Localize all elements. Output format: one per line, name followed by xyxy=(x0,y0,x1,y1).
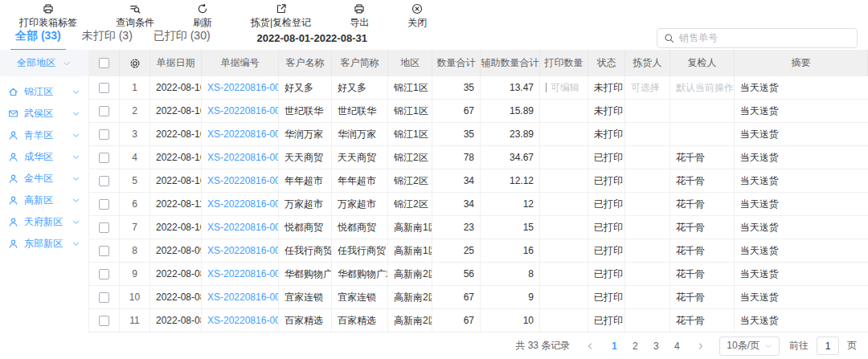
status-label: 未打印 xyxy=(588,123,625,145)
print-qty-cell[interactable]: 可编辑 xyxy=(540,76,588,99)
sidebar-item-0[interactable]: 锦江区 xyxy=(0,81,88,103)
row-checkbox-cell xyxy=(89,286,120,308)
printer-icon xyxy=(43,3,54,14)
order-no-cell: XS-20220816-000017 xyxy=(202,100,279,122)
page-button-1[interactable]: 1 xyxy=(605,337,623,355)
sidebar-item-3[interactable]: 成华区 xyxy=(0,146,88,168)
qty-total: 23 xyxy=(432,216,481,239)
date-range-label: 2022-08-01-2022-08-31 xyxy=(257,32,367,44)
order-no-cell: XS-20220816-000018 xyxy=(202,76,279,99)
search-box[interactable] xyxy=(657,28,858,48)
sidebar-item-2[interactable]: 青羊区 xyxy=(0,124,88,146)
order-link[interactable]: XS-20220816-000015 xyxy=(207,152,279,163)
row-checkbox-cell xyxy=(89,309,120,332)
table-row: 102022-08-08XS-20220816-000009宜家连锁宜家连锁高新… xyxy=(89,286,868,309)
order-link[interactable]: XS-20220816-000017 xyxy=(207,105,279,116)
column-header: 打印数量 xyxy=(540,50,588,76)
mail-icon xyxy=(8,108,18,119)
sidebar-item-label: 天府新区 xyxy=(24,215,63,229)
status-label: 未打印 xyxy=(588,100,625,122)
row-number: 4 xyxy=(120,146,150,169)
page-button-4[interactable]: 4 xyxy=(668,337,686,355)
row-checkbox[interactable] xyxy=(99,199,109,210)
chevron-down-icon xyxy=(72,174,80,183)
page-size-select[interactable]: 10条/页 xyxy=(719,337,780,356)
tabs-group: 全部 (33)未打印 (3)已打印 (30) xyxy=(10,26,227,51)
close-circle-icon xyxy=(411,3,423,14)
order-link[interactable]: XS-20220816-000018 xyxy=(207,82,279,93)
order-link[interactable]: XS-20220816-000010 xyxy=(207,268,279,279)
row-checkbox-cell xyxy=(89,216,120,239)
order-no-cell: XS-20220816-000010 xyxy=(202,263,279,285)
customer-name: 万家超市 xyxy=(279,193,332,215)
summary: 当天送货 xyxy=(735,169,868,192)
checker-cell xyxy=(670,123,735,145)
region-filter-label: 全部地区 xyxy=(17,56,55,70)
row-checkbox[interactable] xyxy=(99,292,109,303)
table-row: 62022-08-11XS-20220816-000013万家超市万家超市锦江2… xyxy=(89,193,868,216)
select-all-checkbox[interactable] xyxy=(99,58,109,68)
search-input[interactable] xyxy=(679,32,850,43)
tab-printed[interactable]: 已打印 (30) xyxy=(149,26,215,51)
toolbar: 打印装箱标签查询条件刷新拣货|复检登记导出关闭 xyxy=(0,0,868,26)
customer-name: 宜家连锁 xyxy=(279,286,332,308)
region-filter-select[interactable]: 全部地区 xyxy=(0,50,88,76)
sidebar-item-7[interactable]: 东部新区 xyxy=(0,233,88,255)
table-row: 92022-08-08XS-20220816-000010华都购物广场华都购物广… xyxy=(89,263,868,286)
row-checkbox[interactable] xyxy=(99,316,109,326)
status-label: 已打印 xyxy=(588,286,625,308)
table-row: 42022-08-16XS-20220816-000015天天商贸天天商贸锦江2… xyxy=(89,146,868,169)
qty-total: 56 xyxy=(432,263,481,285)
picker-cell[interactable]: 可选择 xyxy=(625,76,670,99)
order-link[interactable]: XS-20220816-000012 xyxy=(207,222,279,233)
next-page-button[interactable] xyxy=(692,337,710,355)
sidebar-item-5[interactable]: 高新区 xyxy=(0,190,88,211)
customer-name: 悦都商贸 xyxy=(279,216,332,239)
row-checkbox[interactable] xyxy=(99,246,109,256)
checker-cell: 花千骨 xyxy=(670,193,735,215)
page-button-2[interactable]: 2 xyxy=(626,337,644,355)
summary: 当天送货 xyxy=(735,309,868,332)
row-checkbox[interactable] xyxy=(99,153,109,163)
tab-all[interactable]: 全部 (33) xyxy=(10,26,66,51)
aux-qty-total: 13.47 xyxy=(481,76,540,99)
order-link[interactable]: XS-20220816-000016 xyxy=(207,129,279,140)
page-button-3[interactable]: 3 xyxy=(647,337,665,355)
print-qty-cell xyxy=(540,146,588,169)
row-checkbox[interactable] xyxy=(99,176,109,186)
order-link[interactable]: XS-20220816-000013 xyxy=(207,198,279,210)
printer-icon xyxy=(354,3,365,14)
order-date: 2022-08-08 xyxy=(150,263,202,285)
order-link[interactable]: XS-20220816-000009 xyxy=(207,292,279,303)
header-settings-cell xyxy=(120,50,150,76)
order-link[interactable]: XS-20220816-000011 xyxy=(207,245,279,256)
row-checkbox[interactable] xyxy=(99,269,109,279)
region: 高新南1区 xyxy=(388,216,432,239)
qty-total: 35 xyxy=(432,76,481,99)
checker-cell[interactable]: 默认当前操作员 xyxy=(670,76,735,99)
row-checkbox[interactable] xyxy=(99,83,109,93)
order-link[interactable]: XS-20220816-000008 xyxy=(207,315,279,326)
sidebar-item-4[interactable]: 金牛区 xyxy=(0,168,88,190)
row-checkbox[interactable] xyxy=(99,129,109,140)
aux-qty-total: 34.67 xyxy=(481,146,540,169)
customer-short-name: 华润万家 xyxy=(332,123,388,145)
region: 高新南2区 xyxy=(388,309,432,332)
row-checkbox[interactable] xyxy=(99,222,109,233)
checker-cell: 花千骨 xyxy=(670,286,735,308)
qty-total: 67 xyxy=(432,309,481,332)
row-checkbox[interactable] xyxy=(99,106,109,116)
print-qty-cell xyxy=(540,309,588,332)
checker-placeholder: 默认当前操作员 xyxy=(676,81,735,95)
goto-page-input[interactable] xyxy=(817,337,839,355)
sidebar-item-1[interactable]: 武侯区 xyxy=(0,103,88,124)
row-number: 3 xyxy=(120,123,150,145)
order-link[interactable]: XS-20220816-000014 xyxy=(207,175,279,186)
order-no-cell: XS-20220816-000008 xyxy=(202,309,279,332)
region-list: 锦江区武侯区青羊区成华区金牛区高新区天府新区东部新区 xyxy=(0,76,88,255)
sidebar-item-6[interactable]: 天府新区 xyxy=(0,211,88,233)
tab-unprinted[interactable]: 未打印 (3) xyxy=(77,26,137,51)
aux-qty-total: 8 xyxy=(481,263,540,285)
summary: 当天送货 xyxy=(735,123,868,145)
prev-page-button[interactable] xyxy=(581,337,599,355)
